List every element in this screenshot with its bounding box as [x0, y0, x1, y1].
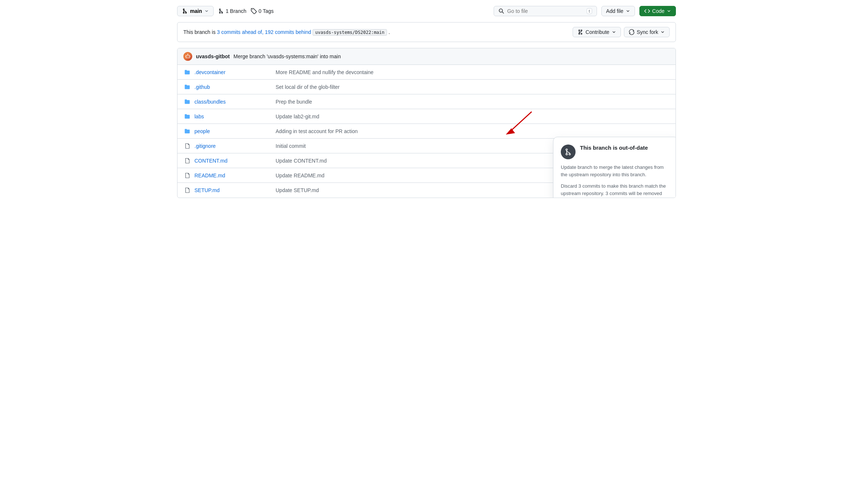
- file-icon: [183, 173, 191, 178]
- toolbar: main 1 Branch 0 Tags: [177, 6, 676, 16]
- sync-fork-button[interactable]: Sync fork: [624, 27, 670, 37]
- search-shortcut: t: [587, 8, 592, 14]
- svg-rect-16: [186, 55, 190, 58]
- sync-chevron-icon: [660, 30, 665, 34]
- fork-icon: [218, 8, 224, 14]
- table-row: class/bundlesPrep the bundle: [177, 94, 676, 109]
- status-actions: Contribute Sync fork: [573, 27, 670, 37]
- contribute-icon: [577, 29, 583, 35]
- folder-svg: [184, 113, 191, 120]
- author-avatar: [183, 52, 192, 61]
- table-row: .githubSet local dir of the glob-filter: [177, 80, 676, 94]
- folder-icon: [183, 128, 191, 135]
- tag-icon: [251, 8, 257, 14]
- table-row: peopleAdding in test account for PR acti…: [177, 124, 676, 139]
- popup-body2: Discard 3 commits to make this branch ma…: [561, 183, 671, 198]
- branch-icon: [182, 8, 188, 14]
- file-name[interactable]: .github: [194, 84, 268, 90]
- file-table: uvasds-gitbot Merge branch 'uvasds-syste…: [177, 48, 676, 198]
- folder-svg: [184, 69, 191, 76]
- folder-icon: [183, 113, 191, 120]
- behind-text: 192 commits behind: [265, 29, 311, 35]
- popup-branch-icon: [561, 145, 576, 159]
- branch-count: 1 Branch: [226, 8, 246, 14]
- file-icon: [183, 143, 191, 149]
- branch-name: main: [190, 8, 202, 14]
- add-file-label: Add file: [606, 8, 624, 14]
- bot-icon: [185, 53, 191, 59]
- file-svg: [184, 158, 190, 164]
- file-svg: [184, 143, 190, 149]
- commit-author: uvasds-gitbot: [196, 53, 230, 59]
- file-commit-message: More README and nullify the devcontaine: [268, 69, 670, 75]
- add-file-chevron-icon: [626, 9, 630, 13]
- code-button[interactable]: Code: [639, 6, 676, 16]
- file-commit-message: Set local dir of the glob-filter: [268, 84, 670, 90]
- folder-icon: [183, 84, 191, 90]
- file-commit-message: Update lab2-git.md: [268, 114, 670, 119]
- add-file-button[interactable]: Add file: [601, 6, 635, 16]
- branches-link[interactable]: 1 Branch: [218, 8, 246, 14]
- svg-point-23: [566, 149, 567, 150]
- behind-link[interactable]: 192 commits behind: [265, 29, 312, 35]
- file-name[interactable]: CONTENT.md: [194, 158, 268, 164]
- commit-message: Merge branch 'uvasds-systems:main' into …: [234, 53, 341, 59]
- popup-title: This branch is out-of-date: [580, 145, 648, 151]
- file-name[interactable]: README.md: [194, 173, 268, 178]
- sync-popup: This branch is out-of-date Update branch…: [553, 137, 676, 198]
- contribute-chevron-icon: [612, 30, 616, 34]
- branch-chevron-icon: [204, 9, 209, 13]
- folder-icon: [183, 98, 191, 105]
- contribute-label: Contribute: [586, 29, 609, 35]
- branch-selector[interactable]: main: [177, 6, 214, 16]
- ahead-text: 3 commits ahead of,: [217, 29, 263, 35]
- code-chevron-icon: [667, 9, 671, 13]
- folder-svg: [184, 84, 191, 90]
- svg-point-25: [569, 153, 570, 155]
- search-box[interactable]: t: [494, 6, 597, 16]
- svg-point-8: [252, 10, 253, 10]
- tags-count: 0 Tags: [259, 8, 274, 14]
- file-commit-message: Adding in test account for PR action: [268, 128, 670, 134]
- branch-status-bar: This branch is 3 commits ahead of, 192 c…: [177, 22, 676, 42]
- sync-icon: [629, 29, 635, 35]
- folder-svg: [184, 98, 191, 105]
- file-svg: [184, 173, 190, 178]
- commit-header: uvasds-gitbot Merge branch 'uvasds-syste…: [177, 48, 676, 65]
- svg-point-21: [187, 56, 187, 57]
- file-name[interactable]: class/bundles: [194, 99, 268, 105]
- table-row: .devcontainerMore README and nullify the…: [177, 65, 676, 80]
- svg-point-24: [566, 153, 567, 155]
- status-period: .: [388, 29, 390, 35]
- search-input[interactable]: [507, 8, 584, 14]
- file-name[interactable]: .gitignore: [194, 143, 268, 149]
- file-name[interactable]: people: [194, 128, 268, 134]
- file-icon: [183, 158, 191, 164]
- code-icon: [644, 8, 650, 14]
- svg-point-18: [187, 54, 188, 55]
- svg-point-14: [581, 33, 582, 34]
- svg-point-22: [188, 56, 189, 57]
- popup-header: This branch is out-of-date: [561, 145, 671, 159]
- ahead-link[interactable]: 3 commits ahead of,: [217, 29, 265, 35]
- tags-link[interactable]: 0 Tags: [251, 8, 274, 14]
- file-icon: [183, 187, 191, 193]
- folder-svg: [184, 128, 191, 135]
- file-commit-message: Prep the bundle: [268, 99, 670, 105]
- popup-git-icon: [564, 148, 572, 156]
- search-icon: [498, 8, 504, 14]
- code-label: Code: [652, 8, 664, 14]
- contribute-button[interactable]: Contribute: [573, 27, 621, 37]
- file-name[interactable]: SETUP.md: [194, 187, 268, 193]
- popup-body1: Update branch to merge the latest change…: [561, 164, 671, 178]
- svg-line-10: [502, 12, 504, 14]
- table-row: labsUpdate lab2-git.md: [177, 109, 676, 124]
- upstream-ref: uvasds-systems/DS2022:main: [312, 29, 387, 36]
- file-svg: [184, 187, 190, 193]
- file-name[interactable]: labs: [194, 114, 268, 119]
- status-prefix: This branch is: [183, 29, 217, 35]
- svg-point-9: [499, 9, 503, 12]
- file-name[interactable]: .devcontainer: [194, 69, 268, 75]
- branch-status-text: This branch is 3 commits ahead of, 192 c…: [183, 29, 573, 35]
- sync-label: Sync fork: [637, 29, 658, 35]
